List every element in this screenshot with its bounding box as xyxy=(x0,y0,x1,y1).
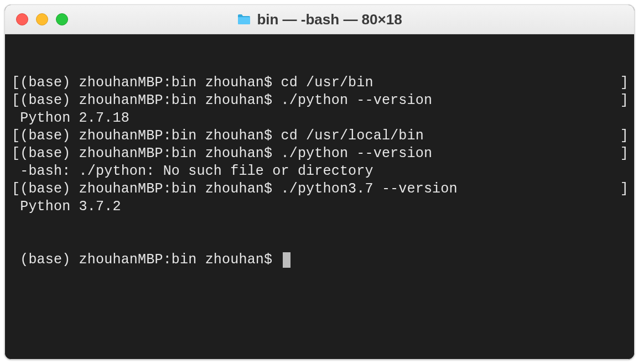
line-end-bracket: ] xyxy=(620,74,632,92)
terminal-line: [(base) zhouhanMBP:bin zhouhan$ ./python… xyxy=(12,180,632,198)
terminal-text: Python 3.7.2 xyxy=(12,198,121,216)
titlebar[interactable]: bin — -bash — 80×18 xyxy=(5,5,634,34)
terminal-text: -bash: ./python: No such file or directo… xyxy=(12,163,374,180)
terminal-text: [(base) zhouhanMBP:bin zhouhan$ cd /usr/… xyxy=(12,74,374,92)
close-icon[interactable] xyxy=(16,13,28,25)
current-prompt: (base) zhouhanMBP:bin zhouhan$ xyxy=(12,251,281,269)
terminal-line: Python 2.7.18 xyxy=(12,110,632,127)
terminal-text: Python 2.7.18 xyxy=(12,110,129,127)
title-center: bin — -bash — 80×18 xyxy=(5,11,634,28)
terminal-line: Python 3.7.2 xyxy=(12,198,632,216)
terminal-line: [(base) zhouhanMBP:bin zhouhan$ cd /usr/… xyxy=(12,74,632,92)
terminal-text: [(base) zhouhanMBP:bin zhouhan$ ./python… xyxy=(12,180,458,198)
terminal-window: bin — -bash — 80×18 [(base) zhouhanMBP:b… xyxy=(4,4,635,360)
terminal-text: [(base) zhouhanMBP:bin zhouhan$ ./python… xyxy=(12,145,432,163)
terminal-text: [(base) zhouhanMBP:bin zhouhan$ ./python… xyxy=(12,92,432,110)
line-end-bracket: ] xyxy=(620,180,632,198)
traffic-lights xyxy=(16,13,68,25)
line-end-bracket: ] xyxy=(620,145,632,163)
line-end-bracket: ] xyxy=(620,92,632,110)
folder-icon xyxy=(237,13,251,25)
terminal-body[interactable]: [(base) zhouhanMBP:bin zhouhan$ cd /usr/… xyxy=(5,34,634,359)
prompt-row: (base) zhouhanMBP:bin zhouhan$ xyxy=(12,251,632,269)
cursor-block xyxy=(283,252,291,268)
window-title: bin — -bash — 80×18 xyxy=(257,11,402,28)
terminal-line: [(base) zhouhanMBP:bin zhouhan$ ./python… xyxy=(12,92,632,110)
terminal-line: [(base) zhouhanMBP:bin zhouhan$ cd /usr/… xyxy=(12,127,632,145)
line-end-bracket: ] xyxy=(620,127,632,145)
terminal-line: [(base) zhouhanMBP:bin zhouhan$ ./python… xyxy=(12,145,632,163)
terminal-text: [(base) zhouhanMBP:bin zhouhan$ cd /usr/… xyxy=(12,127,424,145)
minimize-icon[interactable] xyxy=(36,13,48,25)
zoom-icon[interactable] xyxy=(56,13,68,25)
terminal-line: -bash: ./python: No such file or directo… xyxy=(12,163,632,180)
